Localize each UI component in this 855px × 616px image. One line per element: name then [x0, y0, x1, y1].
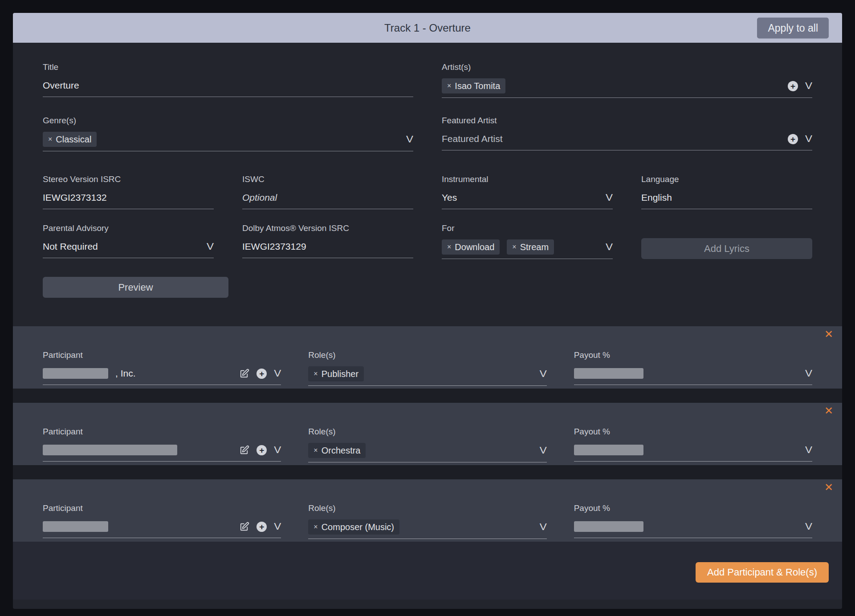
role-chip[interactable]: × Orchestra [308, 443, 366, 458]
close-icon[interactable]: ✕ [824, 329, 833, 340]
language-label: Language [641, 174, 812, 184]
role-chip-label: Publisher [322, 369, 358, 379]
iswc-input[interactable]: Optional [242, 190, 413, 209]
roles-select[interactable]: × Composer (Music) V [308, 519, 546, 539]
iswc-placeholder: Optional [242, 192, 277, 203]
chevron-down-icon[interactable]: V [606, 193, 613, 203]
for-select[interactable]: × Download × Stream V [442, 239, 613, 259]
redacted-payout-value [574, 368, 643, 379]
track-editor-panel: Track 1 - Overture Apply to all Title Ov… [13, 13, 842, 609]
chip-remove-icon[interactable]: × [447, 82, 451, 89]
field-lyrics: Add Lyrics [641, 223, 812, 259]
payout-input[interactable]: V [574, 443, 812, 462]
genres-input[interactable]: × Classical V [43, 132, 413, 151]
edit-icon[interactable] [239, 522, 249, 532]
edit-icon[interactable] [239, 369, 249, 379]
title-label: Title [43, 62, 413, 72]
title-input[interactable]: Overture [43, 78, 413, 97]
chevron-down-icon[interactable]: V [805, 369, 812, 378]
artist-chip[interactable]: × Isao Tomita [442, 78, 505, 93]
chevron-down-icon[interactable]: V [540, 446, 547, 455]
add-participant-icon[interactable]: + [256, 445, 267, 455]
genre-chip-label: Classical [56, 134, 91, 144]
participant-input[interactable]: + V [43, 519, 281, 538]
add-artist-icon[interactable]: + [788, 81, 798, 91]
close-icon[interactable]: ✕ [824, 405, 833, 416]
chevron-down-icon[interactable]: V [207, 242, 214, 251]
field-title: Title Overture [43, 62, 413, 98]
roles-select[interactable]: × Publisher V [308, 366, 546, 386]
edit-icon[interactable] [239, 445, 249, 455]
chip-remove-icon[interactable]: × [314, 523, 318, 531]
chip-remove-icon[interactable]: × [314, 370, 318, 377]
participants-section: ✕ Participant , Inc. + [13, 326, 842, 542]
preview-button[interactable]: Preview [43, 277, 228, 298]
payout-label: Payout % [574, 350, 812, 360]
chevron-down-icon[interactable]: V [805, 81, 812, 91]
chip-remove-icon[interactable]: × [512, 243, 516, 251]
for-chip-stream[interactable]: × Stream [507, 239, 554, 255]
stereo-isrc-value: IEWGI2373132 [43, 192, 107, 203]
participant-label: Participant [43, 350, 281, 360]
artists-input[interactable]: × Isao Tomita + V [442, 78, 812, 98]
parental-advisory-value: Not Required [43, 241, 98, 252]
parental-advisory-select[interactable]: Not Required V [43, 239, 214, 258]
field-genres: Genre(s) × Classical V [43, 116, 413, 151]
field-participant: Participant + V [43, 503, 281, 539]
apply-to-all-button[interactable]: Apply to all [757, 17, 829, 38]
redacted-participant-name [43, 521, 108, 532]
field-dolby-isrc: Dolby Atmos® Version ISRC IEWGI2373129 [242, 223, 413, 259]
chevron-down-icon[interactable]: V [540, 369, 547, 379]
participant-input[interactable]: , Inc. + V [43, 366, 281, 385]
participant-input[interactable]: + V [43, 443, 281, 462]
field-roles: Role(s) × Composer (Music) V [308, 503, 546, 539]
chevron-down-icon[interactable]: V [406, 134, 413, 144]
add-participant-icon[interactable]: + [256, 522, 267, 532]
artists-label: Artist(s) [442, 62, 812, 72]
add-lyrics-button[interactable]: Add Lyrics [641, 238, 812, 259]
field-language: Language English [641, 174, 812, 209]
dolby-isrc-input[interactable]: IEWGI2373129 [242, 239, 413, 258]
chevron-down-icon[interactable]: V [274, 445, 281, 455]
stereo-isrc-input[interactable]: IEWGI2373132 [43, 190, 214, 209]
chevron-down-icon[interactable]: V [540, 522, 547, 532]
chip-remove-icon[interactable]: × [314, 447, 318, 454]
featured-artist-label: Featured Artist [442, 116, 812, 126]
add-participant-icon[interactable]: + [256, 369, 267, 379]
payout-input[interactable]: V [574, 519, 812, 538]
genres-label: Genre(s) [43, 116, 413, 126]
genre-chip[interactable]: × Classical [43, 132, 97, 147]
chevron-down-icon[interactable]: V [274, 369, 281, 378]
chevron-down-icon[interactable]: V [274, 522, 281, 531]
track-title: Track 1 - Overture [384, 22, 471, 34]
track-header: Track 1 - Overture Apply to all [13, 13, 842, 43]
parental-advisory-label: Parental Advisory [43, 223, 214, 233]
for-chip-download[interactable]: × Download [442, 239, 500, 255]
role-chip[interactable]: × Composer (Music) [308, 519, 399, 535]
add-featured-artist-icon[interactable]: + [788, 134, 798, 144]
instrumental-value: Yes [442, 192, 457, 203]
language-select[interactable]: English [641, 190, 812, 209]
chip-remove-icon[interactable]: × [447, 243, 451, 251]
field-featured-artist: Featured Artist Featured Artist + V [442, 116, 812, 151]
field-payout: Payout % V [574, 427, 812, 462]
chip-remove-icon[interactable]: × [48, 136, 52, 143]
add-participant-role-button[interactable]: Add Participant & Role(s) [696, 562, 829, 583]
field-participant: Participant , Inc. + V [43, 350, 281, 386]
featured-artist-input[interactable]: Featured Artist + V [442, 132, 812, 150]
featured-artist-placeholder: Featured Artist [442, 134, 503, 144]
payout-input[interactable]: V [574, 366, 812, 385]
roles-select[interactable]: × Orchestra V [308, 443, 546, 462]
redacted-participant-name [43, 368, 108, 379]
close-icon[interactable]: ✕ [824, 482, 833, 493]
roles-label: Role(s) [308, 503, 546, 513]
chevron-down-icon[interactable]: V [805, 522, 812, 531]
chevron-down-icon[interactable]: V [805, 134, 812, 144]
field-stereo-isrc: Stereo Version ISRC IEWGI2373132 [43, 174, 214, 209]
chevron-down-icon[interactable]: V [606, 242, 613, 252]
participant-label: Participant [43, 427, 281, 437]
redacted-participant-name [43, 445, 177, 455]
instrumental-select[interactable]: Yes V [442, 190, 613, 209]
chevron-down-icon[interactable]: V [805, 445, 812, 455]
role-chip[interactable]: × Publisher [308, 366, 364, 381]
